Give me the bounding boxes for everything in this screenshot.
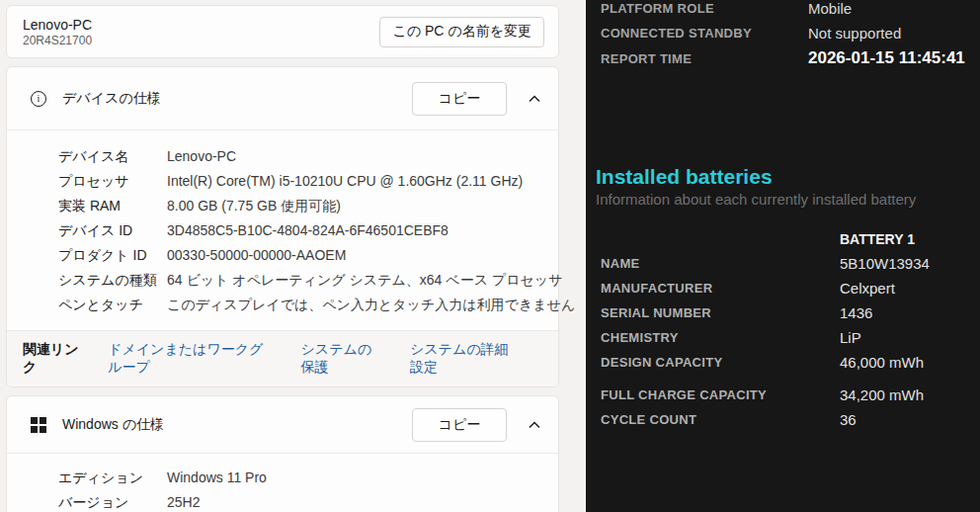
battery-label: MANUFACTURER xyxy=(601,281,840,296)
device-spec-header[interactable]: デバイスの仕様 コピー xyxy=(7,67,558,129)
report-value: Not supported xyxy=(808,25,901,42)
battery-value: 46,000 mWh xyxy=(840,354,924,371)
report-row-connected-standby: CONNECTED STANDBY Not supported xyxy=(601,21,980,45)
chevron-up-icon xyxy=(529,95,540,103)
related-links-label: 関連リンク xyxy=(23,341,82,377)
link-advanced-system-settings[interactable]: システムの詳細設定 xyxy=(410,341,517,377)
windows-spec-header[interactable]: Windows の仕様 コピー xyxy=(7,396,558,453)
windows-spec-body: エディション Windows 11 Pro バージョン 25H2 xyxy=(7,454,558,512)
collapse-windows-spec-button[interactable] xyxy=(527,417,542,433)
spec-row-version: バージョン 25H2 xyxy=(58,490,542,512)
spec-value: 3D4858C5-B10C-4804-824A-6F46501CEBF8 xyxy=(167,218,449,243)
spec-row-edition: エディション Windows 11 Pro xyxy=(58,466,542,490)
battery-value: 1436 xyxy=(840,304,872,321)
spec-value: 64 ビット オペレーティング システム、x64 ベース プロセッサ xyxy=(167,268,562,293)
spec-row-pen-touch: ペンとタッチ このディスプレイでは、ペン入力とタッチ入力は利用できません xyxy=(58,293,542,317)
battery-row-serial-number: SERIAL NUMBER 1436 xyxy=(601,300,980,325)
device-header-card: Lenovo-PC 20R4S21700 この PC の名前を変更 xyxy=(6,5,559,58)
device-spec-title: デバイスの仕様 xyxy=(62,90,161,108)
windows-spec-header-left: Windows の仕様 xyxy=(31,416,412,434)
chevron-up-icon xyxy=(529,421,540,429)
report-label: CONNECTED STANDBY xyxy=(601,26,808,41)
battery-label: CYCLE COUNT xyxy=(601,412,840,427)
spec-label: デバイス名 xyxy=(58,144,167,169)
spec-value: 00330-50000-00000-AAOEM xyxy=(167,243,346,268)
windows-spec-title: Windows の仕様 xyxy=(62,416,164,434)
report-row-report-time: REPORT TIME 2026-01-15 11:45:41 xyxy=(601,45,980,71)
spec-row-processor: プロセッサ Intel(R) Core(TM) i5-10210U CPU @ … xyxy=(58,169,542,194)
spec-label: バージョン xyxy=(58,490,167,512)
battery-value: 34,200 mWh xyxy=(840,386,924,403)
spec-value: Intel(R) Core(TM) i5-10210U CPU @ 1.60GH… xyxy=(167,169,523,194)
battery-column-header-row: BATTERY 1 xyxy=(601,226,980,251)
settings-about-panel: Lenovo-PC 20R4S21700 この PC の名前を変更 デバイスの仕… xyxy=(0,0,586,512)
spec-row-device-id: デバイス ID 3D4858C5-B10C-4804-824A-6F46501C… xyxy=(58,218,542,243)
report-value: Mobile xyxy=(808,0,852,17)
report-label: PLATFORM ROLE xyxy=(601,1,808,16)
battery-row-full-charge-capacity: FULL CHARGE CAPACITY 34,200 mWh xyxy=(601,383,980,407)
windows-spec-card: Windows の仕様 コピー エディション Windows 11 Pro バー… xyxy=(6,395,559,512)
link-domain-or-workgroup[interactable]: ドメインまたはワークグループ xyxy=(108,341,275,377)
battery-row-cycle-count: CYCLE COUNT 36 xyxy=(601,407,980,432)
report-row-platform-role: PLATFORM ROLE Mobile xyxy=(601,0,980,21)
spec-label: ペンとタッチ xyxy=(58,293,167,317)
spec-label: 実装 RAM xyxy=(58,194,167,218)
rename-pc-button[interactable]: この PC の名前を変更 xyxy=(379,17,544,47)
report-label: REPORT TIME xyxy=(601,51,808,66)
report-value: 2026-01-15 11:45:41 xyxy=(808,48,965,68)
device-spec-body: デバイス名 Lenovo-PC プロセッサ Intel(R) Core(TM) … xyxy=(7,130,558,330)
battery-value: Celxpert xyxy=(840,280,895,297)
installed-batteries-title: Installed batteries xyxy=(596,165,980,189)
spec-label: デバイス ID xyxy=(58,218,167,243)
spec-row-product-id: プロダクト ID 00330-50000-00000-AAOEM xyxy=(58,243,542,268)
spec-row-device-name: デバイス名 Lenovo-PC xyxy=(58,144,542,169)
device-identity: Lenovo-PC 20R4S21700 xyxy=(23,16,92,48)
spec-label: プロセッサ xyxy=(58,169,167,194)
screen: Lenovo-PC 20R4S21700 この PC の名前を変更 デバイスの仕… xyxy=(0,0,980,512)
device-model: 20R4S21700 xyxy=(23,34,92,48)
battery-value: 36 xyxy=(840,411,857,428)
spec-row-ram: 実装 RAM 8.00 GB (7.75 GB 使用可能) xyxy=(58,194,542,218)
spec-value: このディスプレイでは、ペン入力とタッチ入力は利用できません xyxy=(167,293,575,317)
related-links-row: 関連リンク ドメインまたはワークグループ システムの保護 システムの詳細設定 xyxy=(7,330,558,386)
battery-label: DESIGN CAPACITY xyxy=(601,355,840,370)
system-info-table: PLATFORM ROLE Mobile CONNECTED STANDBY N… xyxy=(601,0,980,71)
installed-batteries-subtitle: Information about each currently install… xyxy=(596,189,980,211)
battery-label: NAME xyxy=(601,256,840,271)
spec-label: システムの種類 xyxy=(58,268,167,293)
battery-value: LiP xyxy=(840,329,861,346)
copy-device-spec-button[interactable]: コピー xyxy=(412,82,507,116)
battery-row-name: NAME 5B10W13934 xyxy=(601,251,980,276)
battery-label: SERIAL NUMBER xyxy=(601,305,840,320)
spec-value: Lenovo-PC xyxy=(167,144,236,169)
spec-value: Windows 11 Pro xyxy=(167,466,267,490)
spec-value: 8.00 GB (7.75 GB 使用可能) xyxy=(167,194,341,218)
spec-label: エディション xyxy=(58,466,167,490)
device-name-heading: Lenovo-PC xyxy=(23,16,92,34)
battery-table: BATTERY 1 NAME 5B10W13934 MANUFACTURER C… xyxy=(601,226,980,432)
info-icon xyxy=(31,91,46,107)
collapse-device-spec-button[interactable] xyxy=(527,91,542,107)
battery-label: FULL CHARGE CAPACITY xyxy=(601,387,840,402)
battery-row-design-capacity: DESIGN CAPACITY 46,000 mWh xyxy=(601,350,980,375)
device-spec-header-left: デバイスの仕様 xyxy=(31,90,412,108)
link-system-protection[interactable]: システムの保護 xyxy=(300,341,383,377)
battery-value: 5B10W13934 xyxy=(840,255,930,272)
spec-label: プロダクト ID xyxy=(58,243,167,268)
battery-row-chemistry: CHEMISTRY LiP xyxy=(601,325,980,350)
spec-row-system-type: システムの種類 64 ビット オペレーティング システム、x64 ベース プロセ… xyxy=(58,268,542,293)
battery-column-header: BATTERY 1 xyxy=(840,231,915,247)
battery-label: CHEMISTRY xyxy=(601,330,840,345)
windows-logo-icon xyxy=(31,417,46,433)
battery-report-panel: PLATFORM ROLE Mobile CONNECTED STANDBY N… xyxy=(586,0,980,512)
spec-value: 25H2 xyxy=(167,490,200,512)
copy-windows-spec-button[interactable]: コピー xyxy=(412,408,507,442)
device-spec-card: デバイスの仕様 コピー デバイス名 Lenovo-PC プロセッサ Intel(… xyxy=(6,66,559,387)
battery-row-manufacturer: MANUFACTURER Celxpert xyxy=(601,276,980,300)
